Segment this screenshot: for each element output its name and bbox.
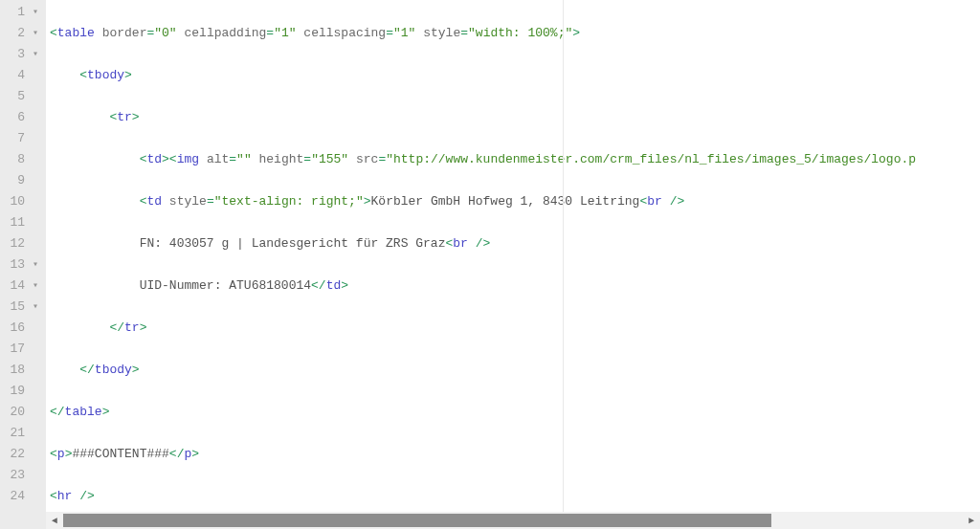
line-number: 12 — [4, 233, 38, 254]
scroll-left-arrow-icon[interactable]: ◄ — [46, 512, 63, 529]
line-number: 18 — [4, 360, 38, 381]
line-number: 13▾ — [4, 254, 38, 276]
fold-toggle-icon[interactable]: ▾ — [29, 254, 38, 276]
line-number: 6 — [4, 107, 38, 128]
line-number: 20 — [4, 402, 38, 423]
scrollbar-thumb[interactable] — [63, 514, 771, 527]
scrollbar-track[interactable] — [63, 512, 963, 529]
line-number: 24 — [4, 486, 38, 507]
code-line: UID-Nummer: ATU68180014</td> — [50, 276, 980, 297]
scroll-right-arrow-icon[interactable]: ► — [963, 512, 980, 529]
fold-toggle-icon[interactable]: ▾ — [29, 2, 38, 23]
code-line: </table> — [50, 402, 980, 423]
line-number: 15▾ — [4, 297, 38, 318]
code-line: <p>###CONTENT###</p> — [50, 444, 980, 465]
code-editor: 1▾2▾3▾45678910111213▾14▾15▾1617181920212… — [0, 0, 980, 529]
line-number: 1▾ — [4, 2, 38, 23]
code-line: <tbody> — [50, 65, 980, 86]
line-number: 2▾ — [4, 23, 38, 44]
code-line: </tr> — [50, 318, 980, 339]
line-number: 8 — [4, 149, 38, 170]
line-number: 19 — [4, 381, 38, 402]
code-line: <tr> — [50, 107, 980, 128]
line-number: 7 — [4, 128, 38, 149]
code-line: <hr /> — [50, 486, 980, 507]
line-number: 22 — [4, 444, 38, 465]
fold-toggle-icon[interactable]: ▾ — [29, 23, 38, 44]
code-content[interactable]: <table border="0" cellpadding="1" cellsp… — [46, 0, 980, 512]
line-number: 5 — [4, 86, 38, 107]
line-number: 10 — [4, 191, 38, 212]
line-number: 14▾ — [4, 276, 38, 297]
fold-toggle-icon[interactable]: ▾ — [29, 297, 38, 318]
code-line: <td><img alt="" height="155" src="http:/… — [50, 149, 980, 170]
line-number: 23 — [4, 465, 38, 486]
line-number: 17 — [4, 339, 38, 360]
line-number: 16 — [4, 318, 38, 339]
line-number: 9 — [4, 170, 38, 191]
fold-toggle-icon[interactable]: ▾ — [29, 276, 38, 297]
code-line: <table border="0" cellpadding="1" cellsp… — [50, 23, 980, 44]
line-number: 4 — [4, 65, 38, 86]
fold-toggle-icon[interactable]: ▾ — [29, 44, 38, 65]
code-line: <td style="text-align: right;">Körbler G… — [50, 191, 980, 212]
horizontal-scrollbar[interactable]: ◄ ► — [46, 512, 980, 529]
line-number: 21 — [4, 423, 38, 444]
code-line: FN: 403057 g | Landesgericht für ZRS Gra… — [50, 233, 980, 254]
line-number-gutter: 1▾2▾3▾45678910111213▾14▾15▾1617181920212… — [0, 0, 46, 529]
code-area[interactable]: <table border="0" cellpadding="1" cellsp… — [46, 0, 980, 529]
line-number: 11 — [4, 212, 38, 233]
code-line: </tbody> — [50, 360, 980, 381]
line-number: 3▾ — [4, 44, 38, 65]
